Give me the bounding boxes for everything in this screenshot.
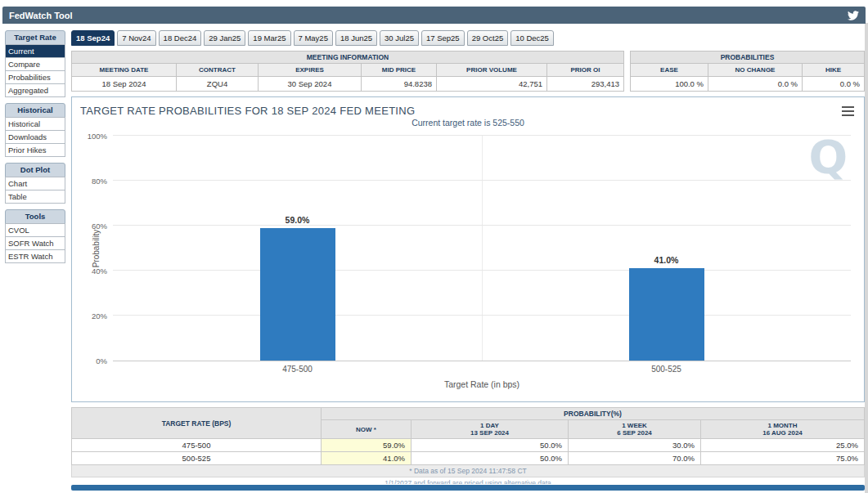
hike-header: HIKE — [803, 64, 865, 77]
tab-18-jun25[interactable]: 18 Jun25 — [335, 30, 377, 46]
rate-cell: 500-525 — [72, 452, 322, 465]
y-axis-tick-label: 100% — [88, 132, 107, 141]
tab-29-jan25[interactable]: 29 Jan25 — [204, 30, 245, 46]
category-divider — [482, 136, 483, 361]
tab-10-dec25[interactable]: 10 Dec25 — [510, 30, 554, 46]
sidebar-section-historical: Historical Historical Downloads Prior Hi… — [5, 103, 65, 157]
sidebar-item-compare[interactable]: Compare — [5, 57, 65, 71]
table-row: 500-525 41.0% 50.0% 70.0% 75.0% — [72, 452, 865, 465]
sidebar-header-historical[interactable]: Historical — [5, 103, 65, 118]
no-change-header: NO CHANGE — [708, 64, 803, 77]
meeting-tabs: 18 Sep24 7 Nov24 18 Dec24 29 Jan25 19 Ma… — [71, 30, 865, 46]
expires-header: EXPIRES — [259, 64, 362, 77]
sidebar-item-estr-watch[interactable]: ESTR Watch — [5, 249, 65, 263]
meeting-info-title: MEETING INFORMATION — [72, 52, 624, 64]
fedwatch-page: FedWatch Tool Target Rate Current Compar… — [0, 0, 868, 493]
app-title: FedWatch Tool — [9, 11, 73, 20]
sidebar-section-dot-plot: Dot Plot Chart Table — [5, 163, 65, 204]
chart-menu-icon[interactable] — [842, 106, 854, 119]
gridline — [113, 270, 851, 271]
meeting-date-header: MEETING DATE — [72, 64, 177, 77]
tab-7-nov24[interactable]: 7 Nov24 — [117, 30, 155, 46]
sidebar-item-prior-hikes[interactable]: Prior Hikes — [5, 143, 65, 157]
probability-bar[interactable] — [629, 268, 704, 361]
cme-logo-watermark: Q — [808, 134, 848, 180]
sidebar-section-tools: Tools CVOL SOFR Watch ESTR Watch — [5, 209, 65, 263]
app-header: FedWatch Tool — [2, 7, 866, 24]
sidebar-item-chart[interactable]: Chart — [5, 177, 65, 190]
info-row: MEETING INFORMATION MEETING DATE CONTRAC… — [71, 51, 865, 92]
sidebar-header-dot-plot[interactable]: Dot Plot — [5, 163, 65, 177]
data-as-of-footnote: * Data as of 15 Sep 2024 11:47:58 CT — [71, 465, 865, 477]
hike-value: 0.0 % — [803, 77, 865, 92]
gridline — [113, 315, 851, 316]
expires-value: 30 Sep 2024 — [259, 77, 362, 92]
x-axis-title: Target Rate (in bps) — [113, 379, 851, 389]
page-edge — [865, 23, 868, 493]
contract-value: ZQU4 — [177, 77, 259, 92]
sidebar-item-historical[interactable]: Historical — [5, 117, 65, 131]
tab-29-oct25[interactable]: 29 Oct25 — [467, 30, 509, 46]
chart-title: TARGET RATE PROBABILITIES FOR 18 SEP 202… — [72, 97, 864, 117]
prior-oi-value: 293,413 — [547, 77, 624, 92]
mid-price-value: 94.8238 — [362, 77, 437, 92]
sidebar-item-sofr-watch[interactable]: SOFR Watch — [5, 236, 65, 250]
table-row: 475-500 59.0% 50.0% 30.0% 25.0% — [72, 439, 865, 452]
bar-value-label: 59.0% — [286, 215, 310, 225]
probability-history-table: TARGET RATE (BPS) PROBABILITY(%) NOW * 1… — [71, 407, 865, 465]
now-cell: 41.0% — [322, 452, 412, 465]
one-week-column-header: 1 WEEK6 SEP 2024 — [569, 420, 701, 439]
ease-value: 100.0 % — [631, 77, 708, 92]
y-axis-tick-label: 80% — [92, 177, 107, 186]
month-cell: 25.0% — [701, 439, 865, 452]
sidebar-item-cvol[interactable]: CVOL — [5, 223, 65, 237]
tab-30-jul25[interactable]: 30 Jul25 — [380, 30, 419, 46]
sidebar-item-probabilities[interactable]: Probabilities — [5, 70, 65, 84]
now-column-header: NOW * — [322, 420, 412, 439]
sidebar-item-current[interactable]: Current — [5, 44, 65, 58]
sidebar-item-table[interactable]: Table — [5, 190, 65, 204]
one-day-column-header: 1 DAY13 SEP 2024 — [412, 420, 569, 439]
y-axis-tick-label: 0% — [96, 356, 107, 365]
probability-bar[interactable] — [260, 228, 335, 361]
y-axis-tick-label: 40% — [92, 267, 107, 276]
y-axis-tick-label: 60% — [92, 222, 107, 231]
meeting-info-table: MEETING INFORMATION MEETING DATE CONTRAC… — [71, 51, 624, 92]
sidebar-item-aggregated[interactable]: Aggregated — [5, 83, 65, 97]
sidebar-header-tools[interactable]: Tools — [5, 209, 65, 224]
y-axis-tick-label: 20% — [92, 311, 107, 320]
meeting-date-value: 18 Sep 2024 — [72, 77, 177, 92]
tab-18-dec24[interactable]: 18 Dec24 — [159, 30, 202, 46]
x-axis-tick-label: 500-525 — [651, 365, 681, 374]
target-rate-bps-header: TARGET RATE (BPS) — [72, 408, 322, 439]
day-cell: 50.0% — [412, 439, 569, 452]
sidebar-item-downloads[interactable]: Downloads — [5, 130, 65, 144]
tab-19-mar25[interactable]: 19 Mar25 — [248, 30, 290, 46]
day-cell: 50.0% — [412, 452, 569, 465]
partial-footnote: 1/1/2027 and forward are priced using al… — [71, 479, 865, 484]
x-axis-tick-label: 475-500 — [282, 365, 313, 374]
ease-header: EASE — [631, 64, 708, 77]
twitter-icon[interactable] — [848, 11, 859, 20]
sidebar-header-target-rate[interactable]: Target Rate — [5, 30, 65, 45]
probabilities-table: PROBABILITIES EASE NO CHANGE HIKE 100.0 … — [630, 51, 865, 92]
rate-cell: 475-500 — [72, 439, 322, 452]
target-rate-chart-panel: TARGET RATE PROBABILITIES FOR 18 SEP 202… — [71, 96, 865, 402]
tab-17-sep25[interactable]: 17 Sep25 — [421, 30, 465, 46]
prior-volume-value: 42,751 — [437, 77, 547, 92]
month-cell: 75.0% — [701, 452, 865, 465]
prior-volume-header: PRIOR VOLUME — [437, 64, 547, 77]
tab-18-sep24[interactable]: 18 Sep24 — [71, 30, 115, 46]
contract-header: CONTRACT — [177, 64, 259, 77]
sidebar: Target Rate Current Compare Probabilitie… — [5, 30, 65, 491]
now-cell: 59.0% — [322, 439, 412, 452]
no-change-value: 0.0 % — [708, 77, 803, 92]
chart-subtitle: Current target rate is 525-550 — [72, 118, 864, 128]
week-cell: 70.0% — [569, 452, 701, 465]
week-cell: 30.0% — [569, 439, 701, 452]
tab-7-may25[interactable]: 7 May25 — [294, 30, 333, 46]
bottom-scrollbar[interactable] — [71, 485, 865, 491]
sidebar-section-target-rate: Target Rate Current Compare Probabilitie… — [5, 30, 65, 97]
bar-value-label: 41.0% — [654, 255, 679, 265]
plot-area: Probability Q 0%20%40%60%80%100%59.0%475… — [113, 136, 851, 361]
